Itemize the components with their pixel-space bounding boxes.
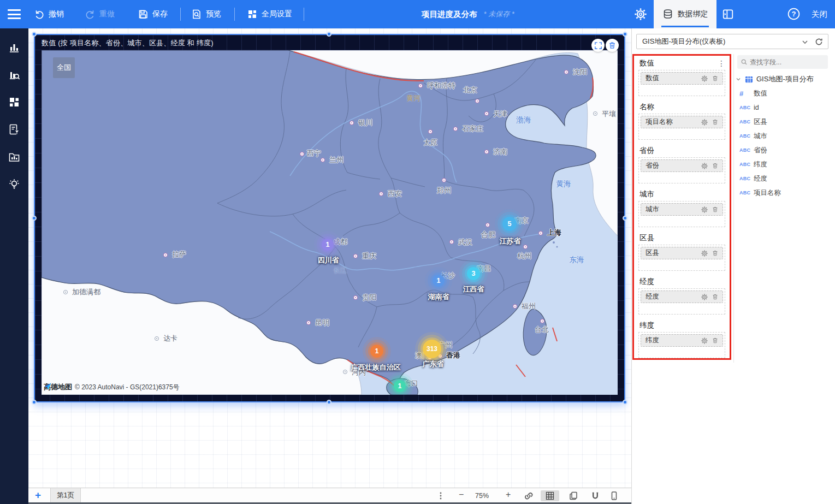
settings-gear-button[interactable] (633, 7, 648, 21)
data-point-bubble[interactable]: 1 (394, 380, 406, 392)
pill-settings-icon[interactable] (700, 293, 708, 301)
topbar-btn-global-settings[interactable]: 全局设置 (247, 0, 292, 28)
pill-settings-icon[interactable] (700, 118, 708, 126)
field-row[interactable]: ABC 省份 (735, 143, 833, 157)
slot-dropzone[interactable]: 项目名称 (638, 114, 725, 140)
slot-menu-icon[interactable]: ⋮ (718, 59, 724, 68)
resize-handle-w[interactable] (32, 216, 37, 221)
field-search[interactable] (737, 55, 828, 69)
city-label: 天津 (493, 110, 507, 118)
resize-handle-sw[interactable] (32, 400, 37, 405)
slot-dropzone[interactable]: 纬度 (638, 332, 725, 358)
more-options-button[interactable] (435, 490, 446, 501)
field-pill[interactable]: 省份 (641, 159, 723, 172)
resize-handle-n[interactable] (327, 32, 331, 37)
data-point-bubble[interactable]: 3 (467, 267, 480, 280)
topbar-btn-preview[interactable]: 预览 (191, 0, 221, 28)
data-point-bubble[interactable]: 1 (370, 345, 383, 358)
sidebar-item-resources[interactable] (0, 143, 28, 170)
city-marker-icon (475, 99, 479, 103)
city-marker-icon (564, 70, 568, 74)
link-button[interactable] (523, 490, 534, 501)
pill-delete-icon[interactable] (711, 249, 719, 257)
field-pill[interactable]: 数值 (641, 72, 723, 85)
duplicate-button[interactable] (568, 490, 579, 501)
slot-dropzone[interactable]: 数值 (638, 70, 725, 96)
city-marker-icon (442, 178, 446, 182)
resize-handle-e[interactable] (623, 216, 627, 221)
panel-toggle-button[interactable] (722, 8, 734, 20)
slot-dropzone[interactable]: 城市 (638, 201, 725, 227)
zoom-in-button[interactable]: + (506, 490, 511, 500)
pill-settings-icon[interactable] (700, 249, 708, 257)
field-pill[interactable]: 区县 (641, 247, 723, 259)
page-tab[interactable]: 第1页 (50, 488, 81, 503)
sidebar-item-filter[interactable] (0, 116, 28, 143)
gis-map[interactable]: 呼和浩特北京天津沈阳银川石家庄太原济南西宁兰州郑州西安拉萨成都重庆武汉合肥南京上… (42, 50, 618, 395)
pill-delete-icon[interactable] (711, 118, 719, 126)
close-button[interactable]: 关闭 (812, 0, 827, 28)
snap-button[interactable] (590, 490, 601, 501)
slot-dropzone[interactable]: 省份 (638, 157, 725, 183)
field-pill[interactable]: 项目名称 (641, 116, 723, 128)
field-row[interactable]: ABC 区县 (735, 115, 833, 129)
resize-handle-s[interactable] (327, 400, 331, 405)
zoom-out-button[interactable]: − (459, 490, 464, 500)
resize-handle-ne[interactable] (623, 32, 627, 37)
widget-fullscreen-button[interactable] (591, 39, 605, 52)
field-pill[interactable]: 城市 (641, 203, 723, 216)
menu-icon[interactable] (8, 9, 21, 19)
field-row[interactable]: ABC 项目名称 (735, 186, 833, 200)
topbar-btn-redo[interactable]: 重做 (85, 0, 115, 28)
pill-settings-icon[interactable] (700, 74, 708, 82)
region-scope-button[interactable]: 全国 (53, 57, 75, 78)
field-name: 纬度 (754, 160, 767, 169)
pill-delete-icon[interactable] (711, 293, 719, 301)
resize-handle-se[interactable] (623, 400, 627, 405)
topbar-btn-undo[interactable]: 撤销 (34, 0, 64, 28)
sidebar-item-tips[interactable] (0, 170, 28, 198)
topbar-btn-save[interactable]: 保存 (138, 0, 168, 28)
data-point-bubble[interactable]: 1 (433, 275, 445, 287)
search-input[interactable] (750, 58, 818, 66)
grid-view-button[interactable] (541, 490, 559, 501)
field-row[interactable]: ABC 经度 (735, 171, 833, 186)
field-pill[interactable]: 纬度 (641, 334, 723, 347)
panel-divider (733, 54, 734, 363)
field-row[interactable]: ABC 城市 (735, 129, 833, 143)
widget-delete-button[interactable] (606, 39, 619, 52)
field-row[interactable]: ABC 纬度 (735, 157, 833, 171)
data-point-bubble[interactable]: 313 (423, 340, 441, 358)
data-point-bubble[interactable]: 5 (502, 217, 517, 231)
pill-delete-icon[interactable] (711, 205, 719, 214)
city-label: 西安 (388, 189, 402, 198)
sidebar-item-analysis[interactable] (0, 61, 28, 88)
dataset-selector[interactable]: GIS地图-项目分布(仪表板) (636, 34, 828, 49)
refresh-icon[interactable] (814, 37, 824, 48)
add-page-button[interactable]: + (35, 489, 41, 501)
pill-settings-icon[interactable] (700, 162, 708, 170)
field-pill[interactable]: 经度 (641, 290, 723, 303)
resize-handle-nw[interactable] (32, 32, 37, 37)
river-label: 长江 (334, 266, 347, 275)
tab-data-binding[interactable]: 数据绑定 (654, 0, 716, 28)
sidebar-item-components[interactable] (0, 88, 28, 116)
table-icon (745, 75, 753, 84)
pill-settings-icon[interactable] (700, 205, 708, 214)
data-point-bubble[interactable]: 1 (322, 239, 334, 251)
map-widget[interactable]: 数值 (按 项目名称、省份、城市、区县、经度 和 纬度) 呼和浩 (34, 34, 625, 402)
dataset-tree-root[interactable]: GIS地图-项目分布 (735, 73, 833, 85)
help-button[interactable]: ? (787, 7, 801, 21)
slot-dropzone[interactable]: 区县 (638, 245, 725, 271)
binding-slot: 省份 ⋮ 省份 (634, 145, 730, 189)
field-row[interactable]: ABC id (735, 100, 833, 115)
pill-settings-icon[interactable] (700, 336, 708, 345)
pill-delete-icon[interactable] (711, 162, 719, 170)
slot-dropzone[interactable]: 经度 (638, 288, 725, 315)
zoom-level[interactable]: 75% (475, 492, 489, 500)
pill-delete-icon[interactable] (711, 74, 719, 82)
pill-delete-icon[interactable] (711, 336, 719, 345)
field-row[interactable]: # 数值 (735, 86, 833, 100)
sidebar-item-charts[interactable] (0, 34, 28, 61)
mobile-preview-button[interactable] (608, 490, 619, 501)
